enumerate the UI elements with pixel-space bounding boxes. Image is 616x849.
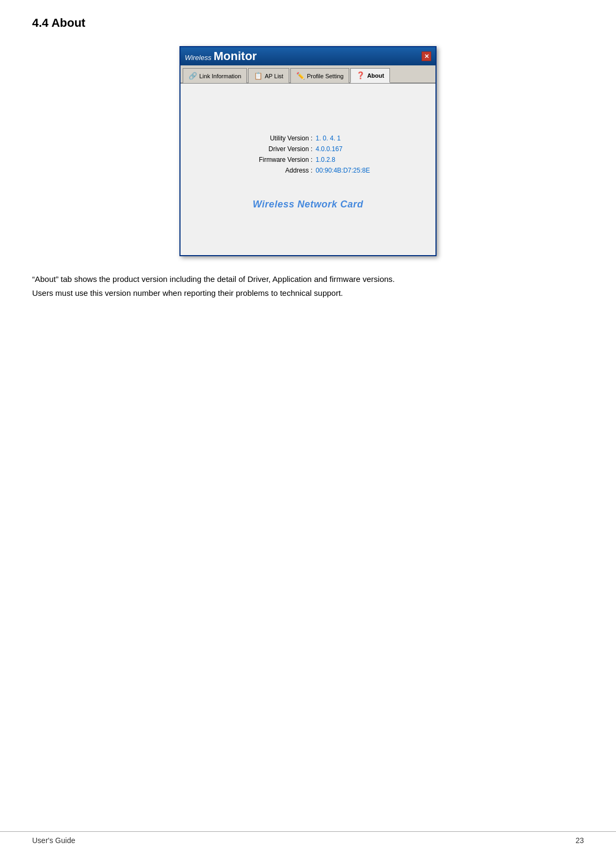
address-row: Address : 00:90:4B:D7:25:8E [246, 167, 370, 174]
firmware-version-label: Firmware Version : [246, 156, 315, 163]
win-brand-text: Wireless Network Card [253, 199, 363, 210]
utility-version-label: Utility Version : [246, 135, 315, 142]
win-body: Utility Version : 1. 0. 4. 1 Driver Vers… [181, 84, 435, 255]
info-table: Utility Version : 1. 0. 4. 1 Driver Vers… [246, 135, 370, 177]
win-close-button[interactable]: ✕ [422, 51, 431, 61]
description-line1: “About” tab shows the product version in… [32, 272, 584, 286]
about-icon: ❓ [356, 71, 365, 79]
page-description: “About” tab shows the product version in… [32, 272, 584, 300]
address-label: Address : [246, 167, 315, 174]
section-heading: 4.4 About [32, 16, 584, 30]
tab-link-information-label: Link Information [199, 73, 241, 79]
tab-profile-setting-label: Profile Setting [307, 73, 343, 79]
tab-profile-setting[interactable]: ✏️ Profile Setting [290, 68, 349, 83]
tab-link-information[interactable]: 🔗 Link Information [183, 68, 247, 83]
firmware-version-row: Firmware Version : 1.0.2.8 [246, 156, 370, 163]
tab-ap-list[interactable]: 📋 AP List [248, 68, 289, 83]
win-tabs: 🔗 Link Information 📋 AP List ✏️ Profile … [181, 65, 435, 84]
win-title-monitor: Monitor [214, 49, 257, 63]
footer-left: User's Guide [32, 836, 75, 845]
footer-bar: User's Guide 23 [0, 831, 616, 849]
win-dialog: Wireless Monitor ✕ 🔗 Link Information 📋 … [179, 46, 437, 256]
tab-ap-list-label: AP List [265, 73, 283, 79]
link-info-icon: 🔗 [189, 72, 197, 80]
address-value: 00:90:4B:D7:25:8E [315, 167, 370, 174]
footer-right: 23 [575, 836, 584, 845]
description-line2: Users must use this version number when … [32, 286, 584, 300]
tab-about-label: About [367, 72, 384, 79]
page-content: 4.4 About Wireless Monitor ✕ 🔗 Link Info… [0, 0, 616, 332]
ap-list-icon: 📋 [254, 72, 262, 80]
screenshot-container: Wireless Monitor ✕ 🔗 Link Information 📋 … [32, 46, 584, 256]
driver-version-value: 4.0.0.167 [315, 145, 342, 153]
win-title-wireless: Wireless [185, 54, 212, 62]
win-titlebar: Wireless Monitor ✕ [181, 47, 435, 65]
firmware-version-value: 1.0.2.8 [315, 156, 335, 163]
profile-setting-icon: ✏️ [296, 72, 305, 80]
utility-version-value: 1. 0. 4. 1 [315, 135, 341, 142]
utility-version-row: Utility Version : 1. 0. 4. 1 [246, 135, 370, 142]
driver-version-label: Driver Version : [246, 145, 315, 153]
tab-about[interactable]: ❓ About [350, 68, 390, 83]
win-title-text: Wireless Monitor [185, 49, 257, 63]
driver-version-row: Driver Version : 4.0.0.167 [246, 145, 370, 153]
